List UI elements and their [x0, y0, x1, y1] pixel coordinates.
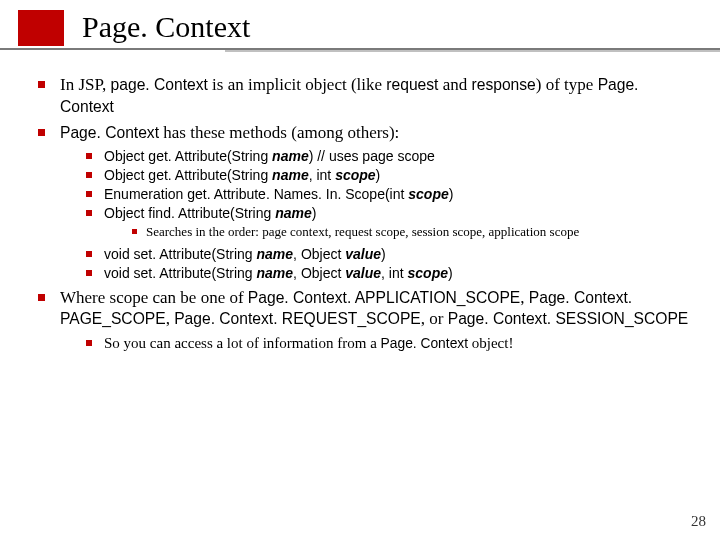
- text: ,: [166, 309, 175, 328]
- code-text: ): [381, 246, 386, 262]
- code-text: response: [472, 76, 536, 93]
- param-name: name: [257, 265, 294, 281]
- code-text: ): [448, 265, 453, 281]
- text: object!: [468, 335, 513, 351]
- bullet-3-sublist: So you can access a lot of information f…: [60, 334, 690, 353]
- title-underline-2: [225, 50, 720, 52]
- method-2: Object get. Attribute(String name, int s…: [82, 166, 690, 185]
- method-list: Object get. Attribute(String name) // us…: [60, 147, 690, 282]
- code-text: ): [449, 186, 454, 202]
- bullet-3-note: So you can access a lot of information f…: [82, 334, 690, 353]
- code-text: Page. Context. SESSION_SCOPE: [448, 310, 689, 327]
- code-text: void set. Attribute(String: [104, 246, 257, 262]
- code-text: Object get. Attribute(String: [104, 167, 272, 183]
- slide-title: Page. Context: [82, 10, 250, 46]
- code-text: ): [376, 167, 381, 183]
- code-text: Enumeration get. Attribute. Names. In. S…: [104, 186, 408, 202]
- code-text: , Object: [293, 246, 345, 262]
- param-name: name: [257, 246, 294, 262]
- param-name: scope: [408, 265, 448, 281]
- page-number: 28: [691, 513, 706, 530]
- bullet-3: Where scope can be one of Page. Context.…: [34, 287, 690, 353]
- code-text: , int: [381, 265, 407, 281]
- code-text: request: [386, 76, 438, 93]
- param-name: value: [345, 246, 381, 262]
- text: and: [438, 75, 471, 94]
- param-name: name: [272, 167, 309, 183]
- method-6: void set. Attribute(String name, Object …: [82, 264, 690, 283]
- param-name: value: [345, 265, 381, 281]
- title-bar: Page. Context: [0, 0, 720, 46]
- slide-content: In JSP, page. Context is an implicit obj…: [0, 60, 720, 353]
- code-text: page. Context: [111, 76, 208, 93]
- method-4: Object find. Attribute(String name) Sear…: [82, 204, 690, 242]
- bullet-list: In JSP, page. Context is an implicit obj…: [34, 74, 690, 353]
- text: So you can access a lot of information f…: [104, 335, 381, 351]
- bullet-2: Page. Context has these methods (among o…: [34, 122, 690, 283]
- method-3: Enumeration get. Attribute. Names. In. S…: [82, 185, 690, 204]
- text: ,: [520, 288, 529, 307]
- method-4-sublist: Searches in the order: page context, req…: [104, 224, 690, 241]
- code-comment: // uses page scope: [317, 148, 435, 164]
- code-text: ): [312, 205, 317, 221]
- text: has these methods (among others):: [159, 123, 399, 142]
- method-1: Object get. Attribute(String name) // us…: [82, 147, 690, 166]
- code-text: , Object: [293, 265, 345, 281]
- text: Searches in the order: page context, req…: [146, 224, 579, 239]
- text: , or: [421, 309, 448, 328]
- code-text: Page. Context: [60, 124, 159, 141]
- text: In JSP,: [60, 75, 111, 94]
- bullet-1: In JSP, page. Context is an implicit obj…: [34, 74, 690, 118]
- code-text: Object get. Attribute(String: [104, 148, 272, 164]
- text: is an implicit object (like: [208, 75, 386, 94]
- text: ) of type: [536, 75, 598, 94]
- param-name: scope: [408, 186, 448, 202]
- method-4-note: Searches in the order: page context, req…: [128, 224, 690, 241]
- code-text: void set. Attribute(String: [104, 265, 257, 281]
- code-text: Page. Context: [381, 336, 468, 351]
- code-text: Page. Context. APPLICATION_SCOPE: [248, 289, 520, 306]
- title-accent-block: [18, 10, 64, 46]
- code-text: Page. Context. REQUEST_SCOPE: [174, 310, 421, 327]
- param-name: scope: [335, 167, 375, 183]
- param-name: name: [272, 148, 309, 164]
- param-name: name: [275, 205, 312, 221]
- code-text: Object find. Attribute(String: [104, 205, 275, 221]
- method-5: void set. Attribute(String name, Object …: [82, 245, 690, 264]
- code-text: ): [309, 148, 318, 164]
- text: Where scope can be one of: [60, 288, 248, 307]
- code-text: , int: [309, 167, 335, 183]
